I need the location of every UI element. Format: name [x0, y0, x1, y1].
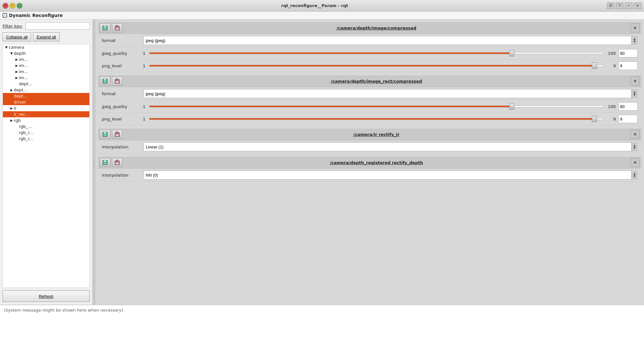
- tree-item-rgb_r2[interactable]: rgb_r...: [3, 136, 89, 142]
- tree-container[interactable]: ▼camera▼depth▶im...▶im...▶im...▶im...dep…: [3, 44, 90, 288]
- slider-min-label: 1: [143, 104, 147, 109]
- status-bar: (System message might be shown here when…: [0, 305, 644, 343]
- tree-item-depth[interactable]: ▼depth: [3, 50, 89, 56]
- resize-handle[interactable]: [93, 20, 95, 305]
- config-header-panel2: /camera/depth/image_rect/compressed✕: [98, 75, 641, 87]
- save-button-panel3[interactable]: [100, 130, 110, 139]
- slider-min-label: 1: [143, 63, 147, 68]
- tree-arrow-icon: ▶: [9, 88, 14, 92]
- d-button[interactable]: D: [607, 3, 615, 9]
- svg-rect-11: [104, 132, 106, 134]
- maximize-window-button[interactable]: □: [17, 3, 22, 9]
- tree-item-ir_rec[interactable]: ir_rec...: [3, 111, 89, 117]
- dropdown-container: jpeg (jpeg)png (png): [143, 89, 638, 98]
- slider-row-panel1-2: png_level19: [98, 60, 641, 72]
- filter-row: Filter key:: [3, 22, 90, 30]
- save-button-panel1[interactable]: [100, 23, 110, 32]
- save-button-panel2[interactable]: [100, 77, 110, 86]
- param-label: interpolation: [102, 173, 140, 178]
- slider-value-input-panel1-png_level[interactable]: [618, 62, 638, 70]
- slider-wrapper: [149, 103, 604, 110]
- slider-thumb[interactable]: [592, 63, 597, 69]
- load-button-panel1[interactable]: [112, 23, 122, 32]
- tree-arrow-icon: ▶: [14, 64, 19, 67]
- tree-item-label: im...: [19, 57, 28, 62]
- app-title: Dynamic Reconfigure: [3, 13, 63, 18]
- dropdown-panel4-interpolation[interactable]: Linear (1)NN (0): [143, 171, 638, 180]
- tree-item-dept1[interactable]: dept...: [3, 81, 89, 87]
- close-button[interactable]: ×: [634, 3, 641, 9]
- svg-rect-1: [104, 26, 106, 27]
- btn-row: Collapse all Expand all: [3, 32, 90, 41]
- tree-item-im3[interactable]: ▶im...: [3, 69, 89, 75]
- slider-value-input-panel2-jpeg_quality[interactable]: [618, 102, 638, 111]
- tree-item-im2[interactable]: ▶im...: [3, 63, 89, 69]
- minimize-window-button[interactable]: −: [10, 3, 15, 9]
- close-panel-button-panel2[interactable]: ✕: [631, 77, 640, 86]
- svg-rect-16: [104, 160, 106, 162]
- tree-item-rgb_r[interactable]: rgb_r...: [3, 130, 89, 136]
- tree-item-camera[interactable]: ▼camera: [3, 44, 89, 50]
- collapse-all-button[interactable]: Collapse all: [3, 32, 31, 41]
- sidebar: Filter key: Collapse all Expand all ▼cam…: [0, 20, 93, 305]
- param-label: format: [102, 91, 140, 96]
- close-panel-button-panel4[interactable]: ✕: [631, 158, 640, 167]
- expand-all-button[interactable]: Expand all: [33, 32, 60, 41]
- config-title-panel1: /camera/depth/image/compressed: [124, 26, 629, 30]
- tree-item-dept3[interactable]: dept...: [3, 93, 89, 99]
- slider-row-panel2-1: jpeg_quality1100: [98, 100, 641, 113]
- dynamic-reconfigure-checkbox[interactable]: [3, 13, 7, 18]
- tree-item-dept2[interactable]: ▶dept...: [3, 87, 89, 93]
- config-title-panel3: /camera/ir rectify_ir: [124, 132, 629, 137]
- panel-separator: [98, 127, 641, 127]
- slider-fill: [150, 118, 594, 120]
- dropdown-panel1-format[interactable]: jpeg (jpeg)png (png): [143, 36, 638, 45]
- slider-thumb[interactable]: [592, 116, 597, 122]
- slider-track[interactable]: [149, 65, 604, 67]
- slider-track[interactable]: [149, 118, 604, 120]
- slider-thumb[interactable]: [509, 50, 514, 56]
- load-button-panel3[interactable]: [112, 130, 122, 139]
- slider-track[interactable]: [149, 52, 604, 54]
- slider-wrapper: [149, 50, 604, 56]
- tree-item-im4[interactable]: ▶im...: [3, 75, 89, 81]
- dropdown-container: Linear (1)NN (0): [143, 171, 638, 180]
- app-title-text: Dynamic Reconfigure: [9, 13, 63, 18]
- tree-arrow-icon: ▶: [14, 70, 19, 73]
- tree-item-rgb[interactable]: ▶rgb: [3, 117, 89, 123]
- slider-thumb[interactable]: [509, 103, 514, 110]
- close-window-button[interactable]: ✕: [3, 3, 8, 9]
- close-panel-button-panel3[interactable]: ✕: [631, 130, 640, 139]
- dropdown-container: jpeg (jpeg)png (png): [143, 36, 638, 45]
- slider-fill: [150, 53, 512, 54]
- load-button-panel2[interactable]: [112, 77, 122, 86]
- tree-item-im1[interactable]: ▶im...: [3, 56, 89, 63]
- config-block-panel2: /camera/depth/image_rect/compressed✕form…: [98, 75, 641, 125]
- tree-item-ir[interactable]: ▶ir: [3, 105, 89, 111]
- minimize-button[interactable]: −: [625, 3, 632, 9]
- config-title-panel2: /camera/depth/image_rect/compressed: [124, 79, 629, 84]
- tree-item-label: depth: [14, 51, 26, 56]
- tree-item-driver[interactable]: driver: [3, 99, 89, 105]
- svg-rect-14: [116, 132, 118, 133]
- slider-track[interactable]: [149, 105, 604, 107]
- filter-label: Filter key:: [3, 24, 23, 29]
- svg-rect-4: [116, 25, 118, 27]
- slider-value-input-panel1-jpeg_quality[interactable]: [618, 49, 638, 57]
- tree-item-rgb_[interactable]: rgb_...: [3, 123, 89, 130]
- tree-item-label: rgb: [14, 118, 21, 123]
- slider-value-input-panel2-png_level[interactable]: [618, 115, 638, 123]
- help-button[interactable]: ?: [616, 3, 624, 9]
- dropdown-panel2-format[interactable]: jpeg (jpeg)png (png): [143, 89, 638, 98]
- filter-input[interactable]: [25, 22, 90, 30]
- dropdown-panel3-interpolation[interactable]: Linear (1)NN (0): [143, 142, 638, 151]
- tree-arrow-icon: ▶: [14, 58, 19, 61]
- save-button-panel4[interactable]: [100, 158, 110, 167]
- close-panel-button-panel1[interactable]: ✕: [631, 23, 640, 32]
- refresh-button[interactable]: Refresh: [3, 290, 90, 302]
- title-bar: ✕ − □ rqt_reconfigure__Param - rqt D ? −…: [0, 0, 644, 12]
- param-row-panel1-0: formatjpeg (jpeg)png (png): [98, 34, 641, 47]
- svg-rect-7: [103, 81, 107, 83]
- tree-item-label: dept...: [19, 81, 32, 86]
- load-button-panel4[interactable]: [112, 158, 122, 167]
